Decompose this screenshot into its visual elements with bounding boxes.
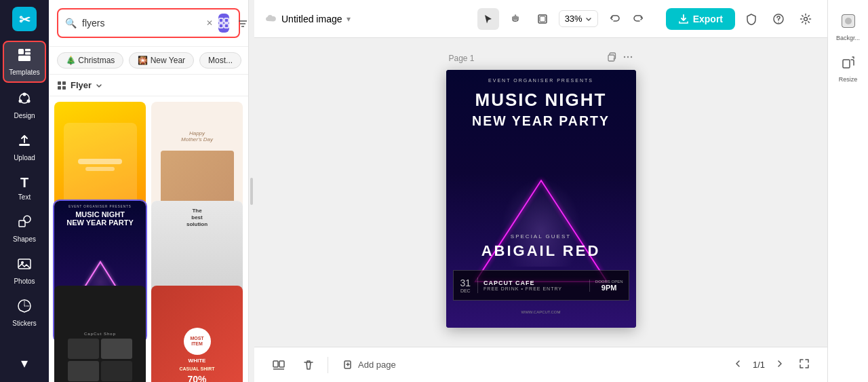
sidebar-item-shapes[interactable]: Shapes [3, 209, 46, 248]
shapes-label: Shapes [13, 235, 36, 243]
resize-icon [841, 55, 856, 73]
right-panel-background[interactable]: Backgr... [831, 8, 866, 47]
svg-rect-22 [58, 81, 61, 85]
sidebar-item-more[interactable]: ▾ [3, 349, 46, 377]
tag-new-year[interactable]: 🎇 New Year [129, 52, 194, 69]
doc-title-chevron: ▾ [347, 14, 351, 24]
sidebar-item-templates[interactable]: Templates [3, 41, 46, 83]
svg-point-36 [630, 56, 631, 58]
help-icon-btn[interactable] [768, 8, 789, 30]
svg-point-8 [19, 100, 22, 103]
svg-rect-15 [219, 18, 223, 22]
template-card-capcut-shop[interactable]: CapCut Shop [54, 286, 146, 382]
right-panel: Backgr... Resize [827, 0, 868, 382]
text-label: Text [18, 193, 31, 201]
svg-rect-46 [843, 60, 850, 68]
delete-page-button[interactable] [298, 354, 319, 376]
prev-page-button[interactable] [728, 356, 747, 375]
background-label: Backgr... [836, 35, 860, 41]
cloud-icon [265, 13, 277, 24]
export-button[interactable]: Export [666, 8, 735, 30]
photos-label: Photos [14, 278, 35, 285]
resize-label: Resize [839, 76, 858, 83]
templates-label: Templates [9, 69, 40, 76]
right-panel-resize[interactable]: Resize [831, 50, 866, 88]
zoom-control[interactable]: 33% [559, 10, 598, 27]
svg-rect-5 [18, 56, 31, 61]
page-label: Page 1 [449, 54, 475, 63]
sidebar-item-stickers[interactable]: Stickers [3, 293, 46, 332]
tag-most[interactable]: Most... [199, 52, 241, 69]
add-page-label: Add page [358, 360, 396, 370]
copy-page-icon[interactable] [606, 52, 617, 64]
svg-rect-25 [62, 86, 66, 90]
export-label: Export [693, 14, 723, 24]
design-label: Design [14, 112, 35, 119]
select-tool-button[interactable] [477, 8, 499, 30]
svg-point-12 [24, 216, 31, 223]
doc-title-text: Untitled image [281, 14, 342, 24]
hand-tool-button[interactable] [505, 8, 526, 30]
templates-icon [17, 47, 32, 66]
photos-icon [17, 256, 32, 275]
text-icon: T [20, 175, 28, 191]
tag-christmas[interactable]: 🎄 Christmas [57, 52, 123, 69]
doc-title[interactable]: Untitled image ▾ [265, 13, 351, 24]
frame-tool-button[interactable] [532, 8, 553, 30]
background-icon [841, 14, 856, 32]
svg-rect-18 [224, 24, 229, 28]
toolbar-right: Export [658, 8, 816, 30]
svg-rect-16 [224, 18, 229, 22]
sidebar-item-upload[interactable]: Upload [3, 128, 46, 167]
filter-row: Flyer [49, 75, 248, 96]
svg-text:✂: ✂ [19, 12, 31, 27]
redo-button[interactable] [628, 8, 650, 30]
svg-point-35 [627, 56, 628, 58]
page-container: Page 1 [446, 52, 636, 328]
templates-panel: 🔍 ✕ 🎄 Christmas 🎇 New Y [49, 0, 249, 382]
top-bar: Untitled image ▾ 33% [254, 0, 827, 38]
flyer-filter-button[interactable]: Flyer [57, 80, 240, 90]
zoom-value: 33% [565, 14, 583, 24]
drag-handle[interactable] [250, 178, 253, 205]
canvas-event-org: EVENT ORGANISER PRESENTS [446, 78, 636, 83]
stickers-label: Stickers [12, 320, 37, 327]
svg-rect-2 [18, 49, 24, 54]
undo-button[interactable] [604, 8, 625, 30]
next-page-button[interactable] [770, 356, 789, 375]
search-icon: 🔍 [65, 18, 77, 28]
bottom-right: 1/1 [728, 356, 814, 375]
sidebar-item-photos[interactable]: Photos [3, 251, 46, 290]
svg-rect-4 [25, 52, 31, 55]
bottom-bar: Add page 1/1 [254, 347, 827, 382]
svg-point-45 [845, 18, 852, 24]
sidebar-item-design[interactable]: Design [3, 85, 46, 125]
main-canvas[interactable]: EVENT ORGANISER PRESENTS MUSIC NIGHT NEW… [446, 70, 636, 328]
page-thumbnail-button[interactable] [268, 354, 290, 376]
canvas-date: 31 DEC [454, 278, 479, 293]
upload-label: Upload [14, 154, 35, 161]
canvas-guest-label: SPECIAL GUEST [446, 233, 636, 240]
svg-point-32 [804, 17, 808, 20]
filter-button[interactable] [237, 14, 248, 33]
expand-canvas-button[interactable] [795, 356, 814, 375]
search-input[interactable] [82, 18, 201, 28]
page-header: Page 1 [446, 52, 636, 64]
toolbar-center: 33% [477, 8, 650, 30]
svg-rect-33 [608, 55, 614, 61]
search-bar: 🔍 ✕ [49, 0, 248, 47]
sidebar-item-text[interactable]: T Text [3, 170, 46, 206]
template-card-most-item[interactable]: MOSTITEM WHITE CASUAL SHIRT 70% [151, 286, 243, 382]
add-page-button[interactable]: Add page [336, 356, 403, 375]
page-more-icon[interactable] [623, 52, 633, 64]
shield-icon-btn[interactable] [741, 8, 762, 30]
clear-search-button[interactable]: ✕ [206, 18, 213, 28]
visual-search-button[interactable] [218, 14, 229, 33]
sidebar: ✂ Templates Design [0, 0, 49, 382]
canvas-title1: MUSIC NIGHT NEW YEAR PARTY [446, 90, 636, 129]
settings-icon-btn[interactable] [795, 8, 816, 30]
divider [328, 357, 328, 373]
shapes-icon [17, 214, 32, 233]
canvas-wrapper[interactable]: Page 1 [254, 38, 827, 347]
svg-point-31 [778, 22, 778, 22]
